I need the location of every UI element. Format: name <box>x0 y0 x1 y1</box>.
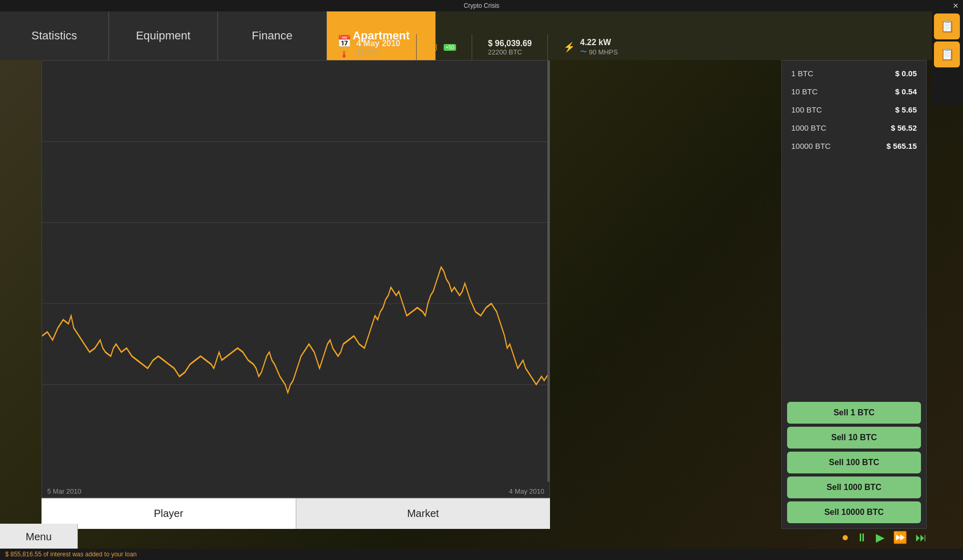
separator-3 <box>547 34 548 60</box>
power-text: 4.22 kW 〜 90 MHPS <box>580 38 618 57</box>
notebook-button-2[interactable]: 📋 <box>934 41 960 67</box>
close-button[interactable]: ✕ <box>953 2 959 10</box>
sell-10000btc-button[interactable]: Sell 10000 BTC <box>787 501 921 523</box>
tab-player[interactable]: Player <box>42 498 296 529</box>
playback-controls: ⏸ ▶ ⏩ ⏭ <box>843 531 927 544</box>
app-title: Crypto Crisis <box>464 2 500 9</box>
notebook-icon-2: 📋 <box>940 48 954 61</box>
balance-text: $ 96,039.69 22200 BTC <box>488 39 532 56</box>
hash-icon: 〜 <box>580 47 587 57</box>
status-btc: ₿ +50 <box>432 41 457 53</box>
play-button[interactable]: ▶ <box>876 531 885 544</box>
price-row-10000btc: 10000 BTC $ 565.15 <box>787 138 921 153</box>
pause-button[interactable]: ⏸ <box>856 531 868 544</box>
separator-2 <box>472 34 472 60</box>
tab-equipment[interactable]: Equipment <box>109 11 218 60</box>
status-datetime: 📅 🌡 4 May 2010 12.7°C <box>337 35 401 60</box>
price-row-1000btc: 1000 BTC $ 56.52 <box>787 120 921 135</box>
title-bar: Crypto Crisis ✕ <box>0 0 963 11</box>
calendar-icon: 📅 <box>337 35 351 48</box>
tab-finance[interactable]: Finance <box>218 11 327 60</box>
status-message-bar: $ 855,816.55 of interest was added to yo… <box>0 549 963 560</box>
separator-1 <box>416 34 417 60</box>
chart-divider <box>547 61 549 482</box>
sell-1000btc-button[interactable]: Sell 1000 BTC <box>787 477 921 498</box>
status-bar: 📅 🌡 4 May 2010 12.7°C ₿ +50 $ 96,039.69 … <box>327 23 932 72</box>
notebook-icon-1: 📋 <box>940 20 954 33</box>
right-panel: 1 BTC $ 0.05 10 BTC $ 0.54 100 BTC $ 5.6… <box>781 60 927 529</box>
tab-market[interactable]: Market <box>296 498 551 529</box>
sell-100btc-button[interactable]: Sell 100 BTC <box>787 452 921 473</box>
btc-icon: ₿ <box>432 41 437 53</box>
sell-1btc-button[interactable]: Sell 1 BTC <box>787 402 921 424</box>
price-row-10btc: 10 BTC $ 0.54 <box>787 84 921 99</box>
main-content: 5 Mar 2010 4 May 2010 Player Market <box>42 60 550 529</box>
skip-forward-button[interactable]: ⏭ <box>915 531 927 544</box>
status-balance: $ 96,039.69 22200 BTC <box>488 39 532 56</box>
playback-dot <box>843 535 848 540</box>
sell-10btc-button[interactable]: Sell 10 BTC <box>787 427 921 449</box>
chart-date-end: 4 May 2010 <box>509 487 544 495</box>
tab-statistics[interactable]: Statistics <box>0 11 109 60</box>
chart-date-start: 5 Mar 2010 <box>47 487 81 495</box>
chart-container: 5 Mar 2010 4 May 2010 <box>42 60 550 498</box>
price-chart <box>42 61 549 482</box>
bottom-tabs: Player Market <box>42 498 550 529</box>
fast-forward-button[interactable]: ⏩ <box>893 531 907 544</box>
btc-badge: +50 <box>444 44 457 51</box>
sell-buttons-group: Sell 1 BTC Sell 10 BTC Sell 100 BTC Sell… <box>787 402 921 523</box>
action-buttons: 📋 📋 <box>932 11 963 105</box>
price-row-100btc: 100 BTC $ 5.65 <box>787 102 921 117</box>
lightning-icon: ⚡ <box>563 41 575 53</box>
temp-icon: 🌡 <box>340 49 349 60</box>
notebook-button-1[interactable]: 📋 <box>934 13 960 39</box>
datetime-text: 4 May 2010 12.7°C <box>356 39 401 56</box>
tab-bar: Statistics Equipment Finance Apartment 📅… <box>0 11 963 60</box>
menu-button[interactable]: Menu <box>0 524 78 550</box>
status-power: ⚡ 4.22 kW 〜 90 MHPS <box>563 38 618 57</box>
